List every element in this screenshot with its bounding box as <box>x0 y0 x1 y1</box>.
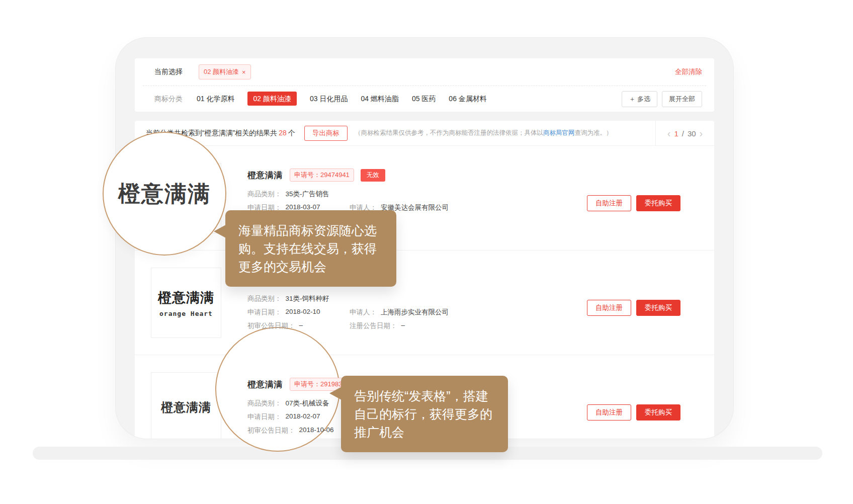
trademark-image-subtext: orange Heart <box>159 310 213 317</box>
current-selection-row: 当前选择 02 颜料油漆 × 全部清除 <box>135 58 714 86</box>
field-value: 07类-机械设备 <box>286 399 329 408</box>
trademark-fields: 商品类别：07类-机械设备申请日期：2018-02-07初审公告日期：2018-… <box>247 399 354 435</box>
trademark-info: 橙意满满 申请号：29474941 无效 商品类别：35类-广告销售申请日期：2… <box>247 169 449 217</box>
tooltip-promotion: 告别传统“发表格”，搭建自己的标行，获得更多的推广机会 <box>341 376 508 452</box>
trademark-field: 注册公告日期：– <box>350 321 405 330</box>
trademark-field: 申请日期：2018-02-10 <box>247 308 350 317</box>
trademark-field-line: 商品类别：35类-广告销售 <box>247 190 449 199</box>
field-value: 2018-02-10 <box>286 308 320 317</box>
trademark-field-line: 商品类别：31类-饲料种籽 <box>247 294 449 303</box>
category-item[interactable]: 05 医药 <box>412 95 436 103</box>
trademark-office-link[interactable]: 商标局官网 <box>543 129 575 136</box>
entrust-purchase-button[interactable]: 委托购买 <box>636 195 680 211</box>
row-actions: 自助注册 委托购买 <box>587 195 680 211</box>
tooltip-line: 自己的标行，获得更多的 <box>354 405 495 423</box>
trademark-image[interactable]: 橙意满满orange Heart <box>151 268 221 338</box>
trademark-image[interactable]: 橙意满满 <box>151 372 221 439</box>
tooltip-line: 推广机会 <box>354 423 495 441</box>
self-register-button[interactable]: 自助注册 <box>587 300 631 316</box>
trademark-result-row: 橙意满满orange Heart 橙意满满 申请号：29482153 已注册 商… <box>135 250 714 355</box>
tooltip-arrow-icon <box>329 387 342 400</box>
field-label: 初审公告日期： <box>247 426 295 435</box>
category-list: 01 化学原料02 颜料油漆03 日化用品04 燃料油脂05 医药06 金属材料 <box>197 94 500 104</box>
category-label: 商标分类 <box>154 95 183 104</box>
remove-filter-icon[interactable]: × <box>242 69 246 75</box>
page: 当前选择 02 颜料油漆 × 全部清除 商标分类 01 化学原料02 颜料油漆0… <box>0 0 853 504</box>
selected-filter-tag[interactable]: 02 颜料油漆 × <box>199 64 251 79</box>
trademark-field-line: 初审公告日期：–注册公告日期：– <box>247 321 449 330</box>
selected-filter-tag-label: 02 颜料油漆 <box>204 67 239 76</box>
trademark-field: 初审公告日期：2018-10-06 <box>247 426 334 435</box>
trademark-field: 初审公告日期：– <box>247 321 350 330</box>
field-label: 申请人： <box>350 308 377 317</box>
category-item[interactable]: 02 颜料油漆 <box>247 92 296 106</box>
total-pages: 30 <box>688 129 696 138</box>
filter-card: 当前选择 02 颜料油漆 × 全部清除 商标分类 01 化学原料02 颜料油漆0… <box>135 58 714 112</box>
field-label: 商品类别： <box>247 294 282 303</box>
field-value: 上海雨步实业有限公司 <box>381 308 449 317</box>
magnified-trademark-text: 橙意满满 <box>118 179 211 209</box>
trademark-field-line: 初审公告日期：2018-10-06 <box>247 426 354 435</box>
tooltip-line: 购。支持在线交易，获得 <box>238 239 383 258</box>
field-value: 35类-广告销售 <box>286 190 329 199</box>
export-trademarks-button[interactable]: 导出商标 <box>304 126 348 141</box>
clear-all-link[interactable]: 全部清除 <box>675 67 702 76</box>
trademark-field: 申请日期：2018-02-07 <box>247 412 320 422</box>
tooltip-line: 更多的交易机会 <box>238 258 383 276</box>
results-count: 28 <box>279 129 287 137</box>
field-value: 2018-10-06 <box>299 426 334 435</box>
tooltip-line: 告别传统“发表格”，搭建 <box>354 387 495 405</box>
disclaimer-text: （商标检索结果仅供参考，不作为商标能否注册的法律依据；具体以商标局官网查询为准。… <box>355 129 613 137</box>
field-value: 2018-02-07 <box>286 412 320 422</box>
row-actions: 自助注册 委托购买 <box>587 404 680 421</box>
trademark-field-line: 商品类别：07类-机械设备 <box>247 399 354 408</box>
field-value: – <box>401 321 405 330</box>
field-label: 初审公告日期： <box>247 321 295 330</box>
field-label: 注册公告日期： <box>350 321 397 330</box>
category-item[interactable]: 01 化学原料 <box>197 95 234 103</box>
prev-page-icon[interactable]: ‹ <box>667 128 671 138</box>
tooltip-promotion-text: 告别传统“发表格”，搭建自己的标行，获得更多的推广机会 <box>354 387 495 441</box>
current-selection-label: 当前选择 <box>154 67 183 76</box>
trademark-image-text: 橙意满满 <box>158 289 214 307</box>
next-page-icon[interactable]: › <box>700 128 703 138</box>
results-header: 当前分类共检索到“橙意满满”相关的结果共28个 导出商标 （商标检索结果仅供参考… <box>135 121 714 146</box>
tooltip-line: 海量精品商标资源随心选 <box>238 221 383 239</box>
category-item[interactable]: 04 燃料油脂 <box>361 95 398 103</box>
trademark-title-line: 橙意满满 申请号：29474941 无效 <box>247 169 449 181</box>
trademark-name: 橙意满满 <box>247 170 283 181</box>
field-label: 申请日期： <box>247 308 282 317</box>
self-register-button[interactable]: 自助注册 <box>587 404 631 421</box>
current-page: 1 <box>674 129 678 138</box>
field-value: – <box>299 321 303 330</box>
tooltip-marketplace-text: 海量精品商标资源随心选购。支持在线交易，获得更多的交易机会 <box>238 221 383 276</box>
category-item[interactable]: 06 金属材料 <box>449 95 486 103</box>
pagination: ‹ 1 / 30 › <box>655 121 714 146</box>
category-row: 商标分类 01 化学原料02 颜料油漆03 日化用品04 燃料油脂05 医药06… <box>135 86 714 112</box>
multi-select-button[interactable]: ＋ 多选 <box>622 91 657 107</box>
field-label: 申请日期： <box>247 412 282 422</box>
trademark-fields: 商品类别：31类-饲料种籽申请日期：2018-02-10申请人：上海雨步实业有限… <box>247 294 449 330</box>
trademark-field: 商品类别：07类-机械设备 <box>247 399 329 408</box>
entrust-purchase-button[interactable]: 委托购买 <box>636 300 680 316</box>
page-separator: / <box>682 129 684 138</box>
field-label: 商品类别： <box>247 190 282 199</box>
trademark-name: 橙意满满 <box>247 379 283 390</box>
trademark-field: 申请人：上海雨步实业有限公司 <box>350 308 449 317</box>
field-label: 商品类别： <box>247 399 282 408</box>
trademark-image-text: 橙意满满 <box>161 399 211 415</box>
trademark-field-line: 申请日期：2018-02-07 <box>247 412 354 422</box>
tooltip-arrow-icon <box>214 225 226 238</box>
row-actions: 自助注册 委托购买 <box>587 300 680 316</box>
category-item[interactable]: 03 日化用品 <box>310 95 348 103</box>
status-badge: 无效 <box>361 169 385 182</box>
expand-all-button[interactable]: 展开全部 <box>662 91 702 107</box>
magnifier-circle-1: 橙意满满 <box>103 132 226 256</box>
trademark-field-line: 申请日期：2018-02-10申请人：上海雨步实业有限公司 <box>247 308 449 317</box>
application-number-tag: 申请号：29474941 <box>290 169 354 182</box>
entrust-purchase-button[interactable]: 委托购买 <box>636 404 680 421</box>
self-register-button[interactable]: 自助注册 <box>587 195 631 211</box>
trademark-field: 商品类别：35类-广告销售 <box>247 190 329 199</box>
field-value: 31类-饲料种籽 <box>286 294 329 303</box>
trademark-field: 商品类别：31类-饲料种籽 <box>247 294 329 303</box>
